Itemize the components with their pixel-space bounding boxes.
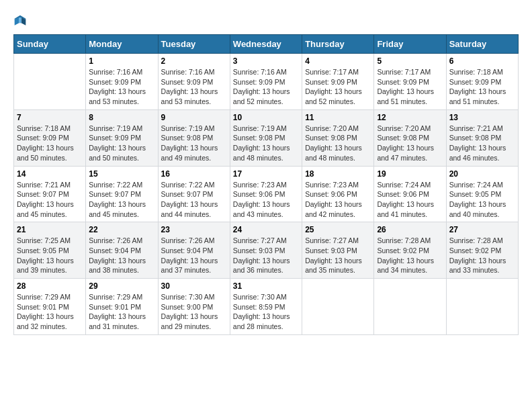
header-friday: Friday <box>374 35 446 54</box>
day-info: Sunrise: 7:18 AM Sunset: 9:09 PM Dayligh… <box>449 67 515 107</box>
calendar-cell: 7Sunrise: 7:18 AM Sunset: 9:09 PM Daylig… <box>14 109 86 166</box>
calendar-week-2: 7Sunrise: 7:18 AM Sunset: 9:09 PM Daylig… <box>14 109 519 166</box>
day-number: 4 <box>305 56 371 66</box>
day-info: Sunrise: 7:17 AM Sunset: 9:09 PM Dayligh… <box>305 67 371 107</box>
calendar-cell: 20Sunrise: 7:24 AM Sunset: 9:05 PM Dayli… <box>446 166 518 222</box>
day-info: Sunrise: 7:27 AM Sunset: 9:03 PM Dayligh… <box>233 236 299 275</box>
day-info: Sunrise: 7:20 AM Sunset: 9:08 PM Dayligh… <box>305 124 371 163</box>
calendar-cell: 31Sunrise: 7:30 AM Sunset: 8:59 PM Dayli… <box>230 279 302 335</box>
day-info: Sunrise: 7:29 AM Sunset: 9:01 PM Dayligh… <box>89 292 154 332</box>
calendar-cell <box>302 279 374 335</box>
day-info: Sunrise: 7:29 AM Sunset: 9:01 PM Dayligh… <box>17 292 83 332</box>
day-number: 13 <box>449 113 515 122</box>
day-info: Sunrise: 7:26 AM Sunset: 9:04 PM Dayligh… <box>89 236 154 275</box>
calendar-cell <box>446 279 518 335</box>
calendar-cell: 18Sunrise: 7:23 AM Sunset: 9:06 PM Dayli… <box>302 166 374 222</box>
calendar-cell: 16Sunrise: 7:22 AM Sunset: 9:07 PM Dayli… <box>158 166 230 222</box>
day-info: Sunrise: 7:16 AM Sunset: 9:09 PM Dayligh… <box>233 67 299 107</box>
header-monday: Monday <box>86 35 158 54</box>
calendar-cell: 22Sunrise: 7:26 AM Sunset: 9:04 PM Dayli… <box>86 222 158 279</box>
day-number: 7 <box>17 113 83 122</box>
calendar-cell: 19Sunrise: 7:24 AM Sunset: 9:06 PM Dayli… <box>374 166 446 222</box>
day-info: Sunrise: 7:21 AM Sunset: 9:08 PM Dayligh… <box>449 124 515 163</box>
day-info: Sunrise: 7:19 AM Sunset: 9:08 PM Dayligh… <box>233 124 299 163</box>
calendar-cell: 28Sunrise: 7:29 AM Sunset: 9:01 PM Dayli… <box>14 279 86 335</box>
calendar-cell: 24Sunrise: 7:27 AM Sunset: 9:03 PM Dayli… <box>230 222 302 279</box>
calendar-cell: 17Sunrise: 7:23 AM Sunset: 9:06 PM Dayli… <box>230 166 302 222</box>
calendar-cell: 6Sunrise: 7:18 AM Sunset: 9:09 PM Daylig… <box>446 54 518 110</box>
header-tuesday: Tuesday <box>158 35 230 54</box>
day-number: 29 <box>89 281 154 291</box>
calendar-cell: 10Sunrise: 7:19 AM Sunset: 9:08 PM Dayli… <box>230 109 302 166</box>
calendar-cell: 13Sunrise: 7:21 AM Sunset: 9:08 PM Dayli… <box>446 109 518 166</box>
header-sunday: Sunday <box>14 35 86 54</box>
day-number: 10 <box>233 113 299 122</box>
calendar-week-3: 14Sunrise: 7:21 AM Sunset: 9:07 PM Dayli… <box>14 166 519 222</box>
calendar-cell: 3Sunrise: 7:16 AM Sunset: 9:09 PM Daylig… <box>230 54 302 110</box>
calendar-cell: 21Sunrise: 7:25 AM Sunset: 9:05 PM Dayli… <box>14 222 86 279</box>
day-number: 20 <box>449 169 515 179</box>
header-saturday: Saturday <box>446 35 518 54</box>
day-info: Sunrise: 7:28 AM Sunset: 9:02 PM Dayligh… <box>449 236 515 275</box>
calendar-cell: 5Sunrise: 7:17 AM Sunset: 9:09 PM Daylig… <box>374 54 446 110</box>
day-number: 1 <box>89 56 154 66</box>
day-number: 27 <box>449 225 515 234</box>
calendar-cell <box>374 279 446 335</box>
calendar-table: SundayMondayTuesdayWednesdayThursdayFrid… <box>13 34 519 335</box>
calendar-cell <box>14 54 86 110</box>
calendar-cell: 15Sunrise: 7:22 AM Sunset: 9:07 PM Dayli… <box>86 166 158 222</box>
day-info: Sunrise: 7:30 AM Sunset: 9:00 PM Dayligh… <box>161 292 227 332</box>
svg-marker-3 <box>19 17 21 23</box>
day-number: 24 <box>233 225 299 234</box>
calendar-cell: 12Sunrise: 7:20 AM Sunset: 9:08 PM Dayli… <box>374 109 446 166</box>
calendar-cell: 29Sunrise: 7:29 AM Sunset: 9:01 PM Dayli… <box>86 279 158 335</box>
day-number: 28 <box>17 281 83 291</box>
day-info: Sunrise: 7:23 AM Sunset: 9:06 PM Dayligh… <box>305 180 371 220</box>
day-info: Sunrise: 7:16 AM Sunset: 9:09 PM Dayligh… <box>161 67 227 107</box>
calendar-cell: 26Sunrise: 7:28 AM Sunset: 9:02 PM Dayli… <box>374 222 446 279</box>
day-number: 9 <box>161 113 227 122</box>
day-info: Sunrise: 7:24 AM Sunset: 9:05 PM Dayligh… <box>449 180 515 220</box>
day-number: 15 <box>89 169 154 179</box>
day-number: 26 <box>377 225 443 234</box>
calendar-week-4: 21Sunrise: 7:25 AM Sunset: 9:05 PM Dayli… <box>14 222 519 279</box>
day-info: Sunrise: 7:16 AM Sunset: 9:09 PM Dayligh… <box>89 67 154 107</box>
day-number: 21 <box>17 225 83 234</box>
day-number: 11 <box>305 113 371 122</box>
day-number: 30 <box>161 281 227 291</box>
calendar-cell: 2Sunrise: 7:16 AM Sunset: 9:09 PM Daylig… <box>158 54 230 110</box>
day-info: Sunrise: 7:25 AM Sunset: 9:05 PM Dayligh… <box>17 236 83 275</box>
day-number: 22 <box>89 225 154 234</box>
day-info: Sunrise: 7:21 AM Sunset: 9:07 PM Dayligh… <box>17 180 83 220</box>
day-number: 12 <box>377 113 443 122</box>
calendar-cell: 9Sunrise: 7:19 AM Sunset: 9:08 PM Daylig… <box>158 109 230 166</box>
day-info: Sunrise: 7:19 AM Sunset: 9:09 PM Dayligh… <box>89 124 154 163</box>
day-number: 8 <box>89 113 154 122</box>
day-info: Sunrise: 7:30 AM Sunset: 8:59 PM Dayligh… <box>233 292 299 332</box>
header <box>13 13 519 28</box>
day-number: 23 <box>161 225 227 234</box>
calendar-cell: 23Sunrise: 7:26 AM Sunset: 9:04 PM Dayli… <box>158 222 230 279</box>
day-number: 17 <box>233 169 299 179</box>
day-info: Sunrise: 7:22 AM Sunset: 9:07 PM Dayligh… <box>161 180 227 220</box>
day-info: Sunrise: 7:26 AM Sunset: 9:04 PM Dayligh… <box>161 236 227 275</box>
calendar-header-row: SundayMondayTuesdayWednesdayThursdayFrid… <box>14 35 519 54</box>
day-number: 25 <box>305 225 371 234</box>
logo <box>13 13 30 28</box>
calendar-cell: 4Sunrise: 7:17 AM Sunset: 9:09 PM Daylig… <box>302 54 374 110</box>
day-number: 5 <box>377 56 443 66</box>
header-wednesday: Wednesday <box>230 35 302 54</box>
calendar-cell: 1Sunrise: 7:16 AM Sunset: 9:09 PM Daylig… <box>86 54 158 110</box>
day-number: 6 <box>449 56 515 66</box>
day-number: 18 <box>305 169 371 179</box>
day-number: 31 <box>233 281 299 291</box>
calendar-cell: 30Sunrise: 7:30 AM Sunset: 9:00 PM Dayli… <box>158 279 230 335</box>
calendar-cell: 27Sunrise: 7:28 AM Sunset: 9:02 PM Dayli… <box>446 222 518 279</box>
day-info: Sunrise: 7:19 AM Sunset: 9:08 PM Dayligh… <box>161 124 227 163</box>
header-thursday: Thursday <box>302 35 374 54</box>
day-info: Sunrise: 7:22 AM Sunset: 9:07 PM Dayligh… <box>89 180 154 220</box>
day-info: Sunrise: 7:17 AM Sunset: 9:09 PM Dayligh… <box>377 67 443 107</box>
calendar-week-5: 28Sunrise: 7:29 AM Sunset: 9:01 PM Dayli… <box>14 279 519 335</box>
day-number: 2 <box>161 56 227 66</box>
day-number: 19 <box>377 169 443 179</box>
